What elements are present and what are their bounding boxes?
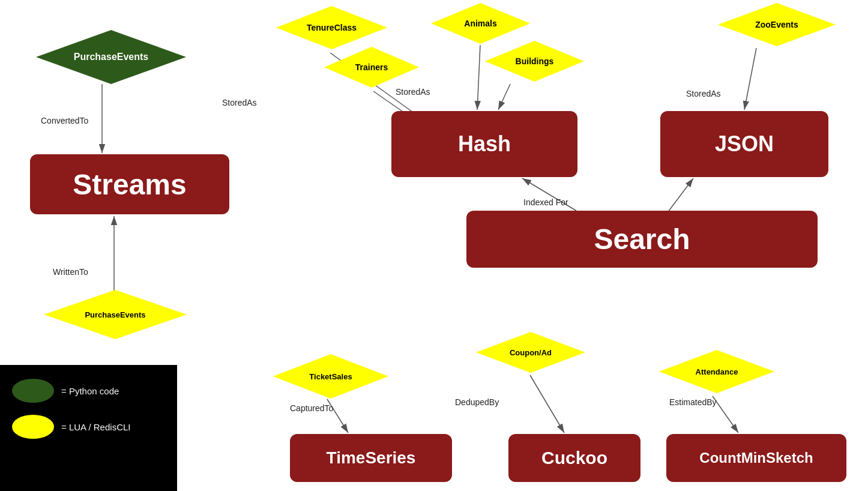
attendance-diamond: Attendance: [659, 350, 774, 393]
purchaseevents-bottom-diamond: PurchaseEvents: [44, 290, 187, 339]
svg-line-2: [477, 45, 480, 110]
legend-green-ellipse: [12, 379, 54, 403]
convertedto-label: ConvertedTo: [41, 116, 88, 125]
storedas-label-3: StoredAs: [686, 89, 721, 98]
json-node: JSON: [660, 111, 828, 177]
couponad-diamond: Coupon/Ad: [476, 332, 585, 373]
legend-lua-row: = LUA / RedisCLI: [12, 415, 165, 439]
purchase-events-green-diamond: PurchaseEvents: [36, 30, 186, 84]
storedas-label-2: StoredAs: [396, 87, 430, 97]
legend-box: = Python code = LUA / RedisCLI: [0, 365, 177, 491]
countminsketch-node: CountMinSketch: [666, 434, 846, 482]
writtento-label: WrittenTo: [53, 267, 88, 277]
buildings-diamond: Buildings: [485, 41, 584, 82]
capturedto-label: CapturedTo: [290, 403, 333, 413]
legend-yellow-ellipse: [12, 415, 54, 439]
tenureclass-diamond: TenureClass: [276, 6, 387, 49]
legend-python-label: = Python code: [61, 386, 119, 396]
svg-line-5: [744, 48, 756, 110]
trainers-diamond: Trainers: [324, 47, 419, 88]
timeseries-node: TimeSeries: [290, 434, 452, 482]
animals-diamond: Animals: [431, 3, 530, 44]
legend-lua-label: = LUA / RedisCLI: [61, 422, 130, 432]
cuckoo-node: Cuckoo: [508, 434, 640, 482]
estimatedby-label: EstimatedBy: [669, 397, 717, 407]
zooevents-diamond: ZooEvents: [718, 3, 836, 46]
legend-python-row: = Python code: [12, 379, 165, 403]
indexedfor-label: Indexed For: [523, 197, 568, 207]
ticketsales-diamond: TicketSales: [273, 354, 388, 399]
storedas-label-1: StoredAs: [222, 98, 257, 107]
dedupedby-label: DedupedBy: [455, 397, 499, 407]
svg-line-11: [530, 375, 564, 433]
search-node: Search: [466, 211, 818, 268]
diagram: Hash JSON Streams Search TimeSeries Cuck…: [0, 0, 868, 491]
svg-line-3: [498, 84, 510, 110]
hash-node: Hash: [391, 111, 577, 177]
streams-node: Streams: [30, 154, 229, 214]
